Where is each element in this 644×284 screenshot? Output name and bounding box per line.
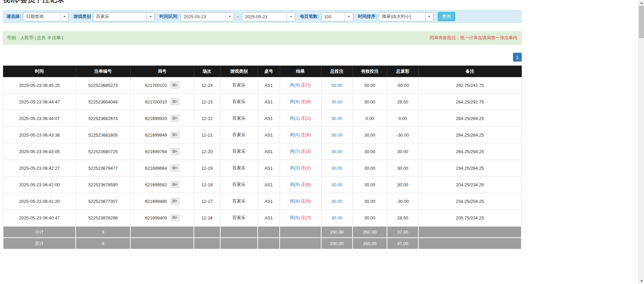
sort-value: 降幂(由大到小) <box>382 14 423 20</box>
time-cell: 2025-05-23 06:44:07 <box>3 110 76 127</box>
time-cell: 2025-05-23 06:42:27 <box>3 160 76 176</box>
replay-video-button[interactable] <box>171 132 179 138</box>
game-type-select[interactable]: 百家乐 <box>93 12 155 21</box>
result-cell: 闲(3)庄(2) <box>280 160 321 176</box>
subtotal-total-bet: 290.00 <box>321 226 353 238</box>
scroll-down-arrow-icon[interactable] <box>639 278 644 284</box>
chevron-down-icon[interactable] <box>425 13 433 21</box>
table-row: 2025-05-23 06:44:07 522523682673 6216999… <box>3 110 521 127</box>
round-id: 621700102 <box>145 83 167 88</box>
header-bet-id: 注单编号 <box>76 66 130 77</box>
video-replay-icon <box>172 116 177 121</box>
session-cell: 12-16 <box>194 210 220 227</box>
table-row: 2025-05-23 06:41:20 522523677307 6216994… <box>3 193 521 210</box>
chevron-down-icon[interactable] <box>287 13 295 21</box>
bet-id-cell: 522523680725 <box>76 143 130 160</box>
round-id: 621699920 <box>145 116 167 121</box>
result-cell: 闲(6)庄(9) <box>280 94 321 110</box>
chevron-down-icon[interactable] <box>345 13 353 21</box>
currency-summary: 币别：人民币 | 总共 :9 注单 | <box>7 35 63 41</box>
result-banker: 庄(7) <box>301 82 311 88</box>
total-bet-cell: 30.00 <box>321 143 353 160</box>
note-cell: 234.25/264.25 <box>418 160 521 176</box>
table-header: 时间 注单编号 局号 场次 游戏类别 桌号 结果 总投注 有效投注 总派彩 备注 <box>3 66 521 77</box>
chevron-down-icon[interactable] <box>60 13 68 21</box>
subtotal-row: 小计 9 290.00 260.00 37.00 <box>3 226 521 238</box>
replay-video-button[interactable] <box>171 115 179 122</box>
date-to-select[interactable]: 2025-05-23 <box>242 12 295 21</box>
total-bet-link[interactable]: 30.00 <box>331 99 342 104</box>
header-game-type: 游戏类别 <box>220 66 258 77</box>
query-type-select[interactable]: 日期查询 <box>23 12 69 21</box>
payout-cell: 30.00 <box>387 143 418 160</box>
total-bet-link[interactable]: 30.00 <box>331 199 342 204</box>
result-player: 闲(7) <box>290 149 300 154</box>
replay-video-button[interactable] <box>171 98 179 105</box>
vertical-scrollbar[interactable] <box>638 0 644 284</box>
valid-bet-cell: 30.00 <box>353 193 387 210</box>
table-row: 2025-05-23 06:43:38 522523681805 6216998… <box>3 127 521 143</box>
table-no-cell: AS1 <box>258 193 280 210</box>
date-to-value: 2025-05-23 <box>245 14 285 19</box>
chevron-down-icon[interactable] <box>226 13 234 21</box>
header-session: 场次 <box>194 66 220 77</box>
bet-id-cell: 522523676296 <box>76 210 130 227</box>
result-banker: 庄(5) <box>301 198 311 204</box>
date-from-value: 2025-05-23 <box>184 14 224 19</box>
game-type-cell: 百家乐 <box>220 110 258 127</box>
result-cell: 闲(9)庄(6) <box>280 176 321 193</box>
header-note: 备注 <box>418 66 521 77</box>
total-bet-cell: 30.00 <box>321 110 353 127</box>
total-bet-link[interactable]: 30.00 <box>331 149 342 154</box>
payout-cell: 30.00 <box>387 160 418 176</box>
note-cell: 264.25/294.25 <box>418 143 521 160</box>
replay-video-button[interactable] <box>171 198 179 205</box>
replay-video-button[interactable] <box>171 165 179 171</box>
scrollbar-thumb[interactable] <box>639 6 644 38</box>
scroll-up-arrow-icon[interactable] <box>639 0 644 6</box>
bet-id-cell: 522523685273 <box>76 77 130 94</box>
search-button[interactable]: 查询 <box>438 12 455 21</box>
round-cell: 621699664 <box>130 160 194 176</box>
round-id: 621699405 <box>145 215 167 220</box>
replay-video-button[interactable] <box>171 82 179 89</box>
total-bet-link[interactable]: 30.00 <box>331 116 342 121</box>
payout-cell: 0.00 <box>387 110 418 127</box>
bet-id-cell: 522523684048 <box>76 94 130 110</box>
result-player: 闲(0) <box>290 132 300 137</box>
replay-video-button[interactable] <box>171 181 179 188</box>
total-bet-link[interactable]: 30.00 <box>331 182 342 187</box>
round-cell: 621700102 <box>130 77 194 94</box>
game-type-cell: 百家乐 <box>220 193 258 210</box>
replay-video-button[interactable] <box>171 148 179 155</box>
total-payout: 37.00 <box>387 238 418 249</box>
time-cell: 2025-05-23 06:43:38 <box>3 127 76 143</box>
total-bet-link[interactable]: 30.00 <box>331 166 342 171</box>
total-bet-link[interactable]: 30.00 <box>331 215 342 220</box>
query-type-label: 请选择: <box>6 14 21 20</box>
page-title: 视讯-会员下注记录 <box>3 0 522 4</box>
video-replay-icon <box>172 133 177 138</box>
date-from-select[interactable]: 2025-05-23 <box>181 12 234 21</box>
result-cell: 闲(8)庄(5) <box>280 193 321 210</box>
note-cell: 205.75/234.25 <box>418 210 521 227</box>
pagination: 1 <box>3 53 522 62</box>
result-banker: 庄(6) <box>301 182 311 187</box>
header-table-no: 桌号 <box>258 66 280 77</box>
page-size-label: 每页笔数: <box>300 14 319 20</box>
total-bet-link[interactable]: 30.00 <box>331 133 342 138</box>
header-result: 结果 <box>280 66 321 77</box>
bet-id-cell: 522523682673 <box>76 110 130 127</box>
header-valid-bet: 有效投注 <box>353 66 387 77</box>
replay-video-button[interactable] <box>171 214 179 221</box>
total-bet-link[interactable]: 50.00 <box>331 83 342 88</box>
chevron-down-icon[interactable] <box>146 13 154 21</box>
payout-cell: 30.00 <box>387 176 418 193</box>
sort-select[interactable]: 降幂(由大到小) <box>379 12 434 21</box>
session-cell: 12-24 <box>194 77 220 94</box>
table-row: 2025-05-23 06:40:47 522523676296 6216994… <box>3 210 521 227</box>
game-type-cell: 百家乐 <box>220 94 258 110</box>
table-no-cell: AS1 <box>258 176 280 193</box>
page-button-1[interactable]: 1 <box>513 53 522 62</box>
page-size-select[interactable]: 100 <box>321 12 353 21</box>
